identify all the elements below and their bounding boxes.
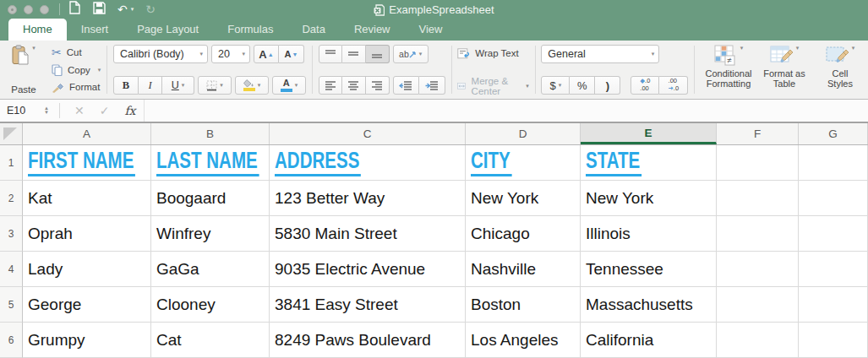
cell-B4[interactable]: GaGa (151, 252, 270, 287)
borders-button[interactable]: ▾ (198, 76, 232, 95)
comma-style-button[interactable]: ) (595, 76, 620, 95)
paste-dropdown-icon[interactable]: ▾ (32, 45, 35, 52)
copy-button[interactable]: Copy ▾ (52, 62, 101, 78)
font-color-button[interactable]: A ▾ (272, 76, 306, 95)
format-as-table-button[interactable]: ▾ Format as Table (756, 45, 812, 95)
grow-font-button[interactable]: A ▲ (254, 45, 279, 63)
column-header-c[interactable]: C (270, 123, 466, 144)
font-size-combo[interactable]: 20 ▾ (211, 45, 250, 63)
name-box[interactable]: E10 (0, 105, 44, 117)
cell-F2[interactable] (717, 181, 799, 216)
tab-review[interactable]: Review (340, 19, 405, 41)
align-middle-button[interactable] (342, 45, 366, 63)
cell-styles-button[interactable]: ▾ Cell Styles (812, 45, 868, 95)
minimize-window-button[interactable] (24, 5, 33, 14)
fill-color-button[interactable]: ▾ (235, 76, 269, 95)
align-top-button[interactable] (319, 45, 342, 63)
decrease-indent-button[interactable] (393, 76, 419, 95)
tab-insert[interactable]: Insert (67, 19, 123, 41)
decrease-decimal-button[interactable]: .00➜.0 (659, 76, 688, 95)
cancel-icon[interactable]: ✕ (74, 104, 85, 117)
cell-G1[interactable] (799, 145, 868, 181)
tab-view[interactable]: View (405, 19, 457, 41)
column-header-d[interactable]: D (466, 123, 581, 144)
tab-data[interactable]: Data (287, 19, 339, 41)
undo-dropdown-icon[interactable]: ▾ (131, 6, 134, 13)
cell-E3[interactable]: Illinois (581, 216, 717, 252)
formula-input[interactable] (144, 100, 868, 122)
new-file-icon[interactable] (68, 1, 81, 18)
font-family-combo[interactable]: Calibri (Body) ▾ (113, 45, 208, 63)
cell-D2[interactable]: New York (466, 181, 581, 216)
row-header-1[interactable]: 1 (0, 145, 23, 181)
currency-button[interactable]: $ ▾ (541, 76, 570, 95)
align-center-button[interactable] (342, 76, 366, 95)
row-header-2[interactable]: 2 (0, 181, 23, 216)
cell-C4[interactable]: 9035 Electric Avenue (270, 252, 466, 287)
cell-C1[interactable]: ADDRESS (270, 145, 466, 181)
zoom-window-button[interactable] (40, 5, 49, 14)
italic-button[interactable]: I (139, 76, 162, 95)
orientation-button[interactable]: ab ▾ (393, 45, 429, 63)
cell-A1[interactable]: FIRST NAME (23, 145, 151, 181)
cell-G5[interactable] (799, 287, 868, 323)
select-all-corner[interactable] (0, 123, 23, 144)
percent-button[interactable]: % (570, 76, 595, 95)
cell-B1[interactable]: LAST NAME (151, 145, 270, 181)
cell-B2[interactable]: Boogaard (151, 181, 270, 216)
cell-G4[interactable] (799, 252, 868, 287)
align-left-button[interactable] (319, 76, 342, 95)
cell-E4[interactable]: Tennessee (581, 252, 717, 287)
cell-F1[interactable] (717, 145, 799, 181)
underline-button[interactable]: U ▾ (162, 76, 194, 95)
column-header-g[interactable]: G (799, 123, 868, 144)
column-header-f[interactable]: F (717, 123, 799, 144)
cell-A6[interactable]: Grumpy (23, 323, 151, 358)
cell-E2[interactable]: New York (581, 181, 717, 216)
cell-A5[interactable]: George (23, 287, 151, 323)
name-box-stepper[interactable]: ▲ ▼ (44, 106, 49, 115)
bold-button[interactable]: B (113, 76, 139, 95)
cell-C3[interactable]: 5830 Main Street (270, 216, 466, 252)
redo-icon[interactable]: ↻ (145, 3, 156, 15)
merge-center-button[interactable]: Merge & Center ▾ (457, 79, 528, 94)
cell-F5[interactable] (717, 287, 799, 323)
cell-B5[interactable]: Clooney (151, 287, 270, 323)
cell-C6[interactable]: 8249 Paws Boulevard (270, 323, 466, 358)
save-icon[interactable] (93, 2, 106, 18)
cell-F3[interactable] (717, 216, 799, 252)
cut-button[interactable]: ✂ Cut (52, 45, 101, 60)
align-bottom-button[interactable] (366, 45, 390, 63)
cell-A2[interactable]: Kat (23, 181, 151, 216)
column-header-b[interactable]: B (151, 123, 270, 144)
conditional-formatting-button[interactable]: ≠ ▾ Conditional Formatting (701, 45, 756, 95)
tab-formulas[interactable]: Formulas (213, 19, 287, 41)
insert-function-icon[interactable]: fx (124, 104, 135, 117)
cell-C5[interactable]: 3841 Easy Street (270, 287, 466, 323)
cell-G3[interactable] (799, 216, 868, 252)
row-header-5[interactable]: 5 (0, 287, 23, 323)
cell-D3[interactable]: Chicago (466, 216, 581, 252)
cell-D4[interactable]: Nashville (466, 252, 581, 287)
cell-E5[interactable]: Massachusetts (581, 287, 717, 323)
format-painter-button[interactable]: Format (52, 79, 101, 95)
row-header-6[interactable]: 6 (0, 323, 23, 358)
cell-F6[interactable] (717, 323, 799, 358)
cell-A3[interactable]: Oprah (23, 216, 151, 252)
undo-icon[interactable]: ↶ (117, 3, 128, 15)
cell-C2[interactable]: 123 Better Way (270, 181, 466, 216)
cell-G6[interactable] (799, 323, 868, 358)
increase-indent-button[interactable] (419, 76, 445, 95)
tab-home[interactable]: Home (8, 19, 67, 41)
wrap-text-button[interactable]: Wrap Text (457, 46, 528, 61)
cell-B3[interactable]: Winfrey (151, 216, 270, 252)
number-format-combo[interactable]: General ▾ (541, 45, 659, 63)
cell-D1[interactable]: CITY (466, 145, 581, 181)
enter-icon[interactable]: ✓ (100, 104, 110, 117)
row-header-3[interactable]: 3 (0, 216, 23, 252)
shrink-font-button[interactable]: A ▼ (279, 45, 304, 63)
copy-dropdown-icon[interactable]: ▾ (98, 67, 101, 73)
row-header-4[interactable]: 4 (0, 252, 23, 287)
cell-E6[interactable]: California (581, 323, 717, 358)
cell-A4[interactable]: Lady (23, 252, 151, 287)
